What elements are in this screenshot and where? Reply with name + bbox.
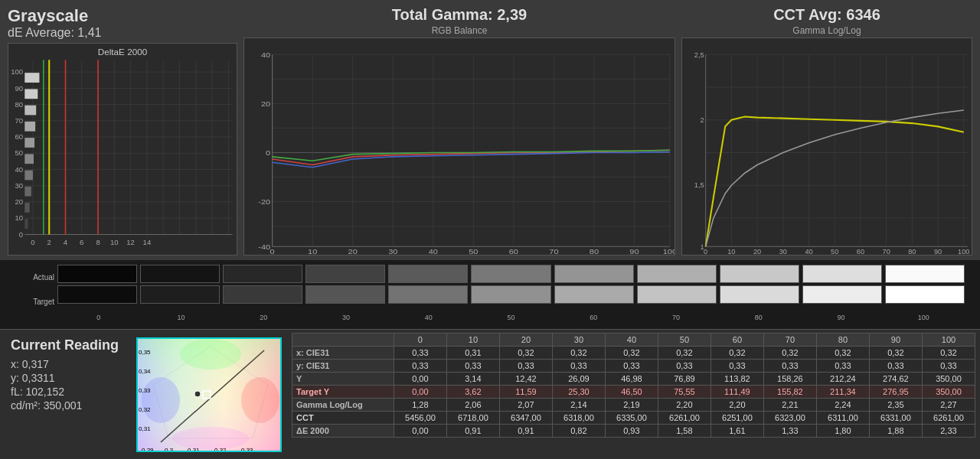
top-section: Grayscale dE Average: 1,41 DeltaE 2000 bbox=[0, 0, 980, 260]
cell-5-4: 6335,00 bbox=[605, 412, 658, 425]
svg-text:40: 40 bbox=[261, 50, 270, 58]
col-header-60: 60 bbox=[710, 334, 763, 347]
col-header-20: 20 bbox=[499, 334, 552, 347]
col-header-0: 0 bbox=[394, 334, 446, 347]
cell-0-3: 0,32 bbox=[552, 347, 605, 360]
svg-text:-20: -20 bbox=[258, 197, 270, 205]
cell-4-7: 2,21 bbox=[763, 399, 816, 412]
swatch-target-40 bbox=[388, 285, 468, 304]
actual-swatches-row bbox=[57, 265, 965, 283]
swatch-target-80 bbox=[720, 285, 799, 304]
svg-rect-55 bbox=[24, 203, 29, 213]
cell-1-7: 0,33 bbox=[763, 360, 816, 373]
cell-4-8: 2,24 bbox=[816, 399, 869, 412]
cell-1-6: 0,33 bbox=[710, 360, 763, 373]
cell-1-1: 0,33 bbox=[446, 360, 499, 373]
reading-title: Current Reading bbox=[11, 337, 119, 353]
svg-text:60: 60 bbox=[15, 132, 24, 141]
col-header-10: 10 bbox=[446, 334, 499, 347]
cell-2-10: 350,00 bbox=[922, 373, 975, 386]
svg-text:80: 80 bbox=[590, 248, 599, 255]
svg-text:0,31: 0,31 bbox=[139, 425, 151, 432]
col-header-70: 70 bbox=[763, 334, 816, 347]
row-label-4: Gamma Log/Log bbox=[292, 399, 394, 412]
row-label-3: Target Y bbox=[292, 386, 394, 399]
cell-6-5: 1,58 bbox=[658, 425, 710, 438]
cell-1-9: 0,33 bbox=[869, 360, 922, 373]
svg-text:70: 70 bbox=[15, 116, 24, 125]
table-row-4: Gamma Log/Log1,282,062,072,142,192,202,2… bbox=[292, 399, 975, 412]
swatch-target-90 bbox=[802, 285, 882, 304]
cell-3-8: 211,34 bbox=[816, 386, 869, 399]
cie-panel: 0,29 0,3 0,31 0,32 0,33 0,35 0,34 0,33 0… bbox=[130, 330, 287, 459]
gamma-loglog-label: Gamma Log/Log bbox=[792, 25, 861, 36]
right-chart-area: CCT Avg: 6346 Gamma Log/Log bbox=[681, 6, 972, 256]
reading-panel: Current Reading x: 0,317 y: 0,3311 fL: 1… bbox=[0, 330, 130, 459]
measurements-table: 0 10 20 30 40 50 60 70 80 90 100 x: CIE3… bbox=[292, 333, 975, 438]
cell-1-3: 0,33 bbox=[552, 360, 605, 373]
cell-5-3: 6318,00 bbox=[552, 412, 605, 425]
cell-5-10: 6261,00 bbox=[922, 412, 975, 425]
svg-text:70: 70 bbox=[549, 248, 558, 255]
cell-0-7: 0,32 bbox=[763, 347, 816, 360]
cell-3-9: 276,95 bbox=[869, 386, 922, 399]
cell-0-0: 0,33 bbox=[394, 347, 446, 360]
table-row-0: x: CIE310,330,310,320,320,320,320,320,32… bbox=[292, 347, 975, 360]
cell-5-9: 6331,00 bbox=[869, 412, 922, 425]
svg-rect-95 bbox=[682, 38, 972, 255]
svg-text:-40: -40 bbox=[258, 243, 270, 250]
swatch-actual-60 bbox=[554, 265, 634, 283]
svg-text:20: 20 bbox=[15, 197, 24, 206]
svg-text:40: 40 bbox=[429, 248, 438, 255]
svg-text:0: 0 bbox=[19, 230, 23, 239]
cell-3-2: 11,59 bbox=[499, 386, 552, 399]
cell-2-4: 46,98 bbox=[605, 373, 658, 386]
svg-text:40: 40 bbox=[15, 165, 24, 174]
col-header-90: 90 bbox=[869, 334, 922, 347]
swatch-actual-70 bbox=[637, 265, 717, 283]
cell-5-6: 6251,00 bbox=[710, 412, 763, 425]
svg-rect-58 bbox=[244, 38, 675, 255]
cell-4-10: 2,27 bbox=[922, 399, 975, 412]
row-label-6: ΔE 2000 bbox=[292, 425, 394, 438]
reading-fl: fL: 102,152 bbox=[11, 386, 119, 398]
svg-text:8: 8 bbox=[96, 238, 100, 246]
cell-6-0: 0,00 bbox=[394, 425, 446, 438]
cell-6-2: 0,91 bbox=[499, 425, 552, 438]
cell-6-4: 0,93 bbox=[605, 425, 658, 438]
cell-0-1: 0,31 bbox=[446, 347, 499, 360]
svg-text:10: 10 bbox=[727, 247, 735, 255]
cell-3-3: 25,30 bbox=[552, 386, 605, 399]
svg-text:50: 50 bbox=[469, 248, 478, 255]
svg-point-139 bbox=[194, 391, 201, 397]
svg-text:20: 20 bbox=[753, 247, 761, 255]
col-header-30: 30 bbox=[552, 334, 605, 347]
swatch-actual-50 bbox=[471, 265, 550, 283]
table-row-1: y: CIE310,330,330,330,330,330,330,330,33… bbox=[292, 360, 975, 373]
svg-rect-0 bbox=[8, 44, 237, 255]
svg-text:100: 100 bbox=[11, 67, 23, 76]
swatch-actual-100 bbox=[885, 265, 965, 283]
svg-text:0,32: 0,32 bbox=[139, 406, 151, 413]
swatch-actual-30 bbox=[305, 265, 385, 283]
svg-rect-50 bbox=[24, 122, 35, 132]
svg-text:70: 70 bbox=[883, 247, 890, 255]
cell-2-3: 26,09 bbox=[552, 373, 605, 386]
swatch-target-20 bbox=[223, 285, 302, 304]
svg-text:0: 0 bbox=[266, 148, 270, 156]
grayscale-title: Grayscale bbox=[8, 6, 237, 26]
row-label-1: y: CIE31 bbox=[292, 360, 394, 373]
svg-text:50: 50 bbox=[831, 247, 838, 255]
col-header-100: 100 bbox=[922, 334, 975, 347]
cell-6-7: 1,33 bbox=[763, 425, 816, 438]
cell-1-0: 0,33 bbox=[394, 360, 446, 373]
swatch-target-50 bbox=[471, 285, 550, 304]
table-row-3: Target Y0,003,6211,5925,3046,5075,55111,… bbox=[292, 386, 975, 399]
cell-0-6: 0,32 bbox=[710, 347, 763, 360]
de-average: dE Average: 1,41 bbox=[8, 26, 237, 40]
svg-text:30: 30 bbox=[779, 247, 787, 255]
cell-1-5: 0,33 bbox=[658, 360, 710, 373]
cell-0-2: 0,32 bbox=[499, 347, 552, 360]
svg-text:90: 90 bbox=[629, 248, 639, 255]
cell-3-10: 350,00 bbox=[922, 386, 975, 399]
